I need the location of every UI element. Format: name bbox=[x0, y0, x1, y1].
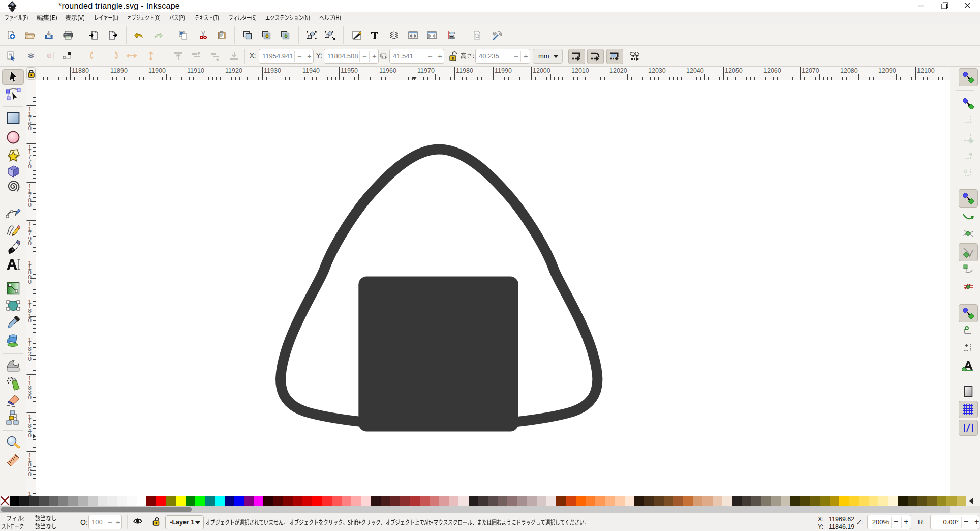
svg-text:12010: 12010 bbox=[571, 67, 589, 74]
svg-text:12030: 12030 bbox=[648, 67, 666, 74]
svg-text:0: 0 bbox=[28, 202, 32, 208]
svg-text:12020: 12020 bbox=[609, 67, 627, 74]
svg-text:11960: 11960 bbox=[379, 67, 396, 74]
svg-text:11970: 11970 bbox=[417, 67, 435, 74]
svg-text:12040: 12040 bbox=[686, 67, 704, 74]
svg-text:11900: 11900 bbox=[148, 67, 166, 74]
svg-text:11920: 11920 bbox=[225, 67, 242, 74]
svg-text:11950: 11950 bbox=[341, 67, 358, 74]
svg-text:0: 0 bbox=[28, 240, 32, 246]
svg-text:12070: 12070 bbox=[802, 67, 819, 74]
svg-text:11930: 11930 bbox=[264, 67, 281, 74]
svg-text:0: 0 bbox=[28, 317, 32, 323]
svg-text:12000: 12000 bbox=[533, 67, 550, 74]
svg-text:0: 0 bbox=[28, 125, 32, 131]
svg-text:11890: 11890 bbox=[110, 67, 128, 74]
svg-text:12080: 12080 bbox=[840, 67, 858, 74]
svg-text:12090: 12090 bbox=[878, 67, 896, 74]
svg-text:0: 0 bbox=[28, 394, 32, 400]
svg-text:0: 0 bbox=[28, 432, 32, 438]
svg-text:11880: 11880 bbox=[72, 67, 89, 74]
svg-text:11980: 11980 bbox=[456, 67, 473, 74]
svg-text:0: 0 bbox=[28, 471, 32, 477]
svg-text:0: 0 bbox=[28, 279, 32, 285]
svg-text:11940: 11940 bbox=[302, 67, 320, 74]
svg-text:12060: 12060 bbox=[763, 67, 781, 74]
svg-text:12100: 12100 bbox=[917, 67, 935, 74]
svg-text:0: 0 bbox=[28, 356, 32, 362]
svg-text:11990: 11990 bbox=[495, 67, 512, 74]
svg-text:11910: 11910 bbox=[187, 67, 204, 74]
svg-text:0: 0 bbox=[28, 163, 32, 169]
svg-text:12050: 12050 bbox=[725, 67, 743, 74]
